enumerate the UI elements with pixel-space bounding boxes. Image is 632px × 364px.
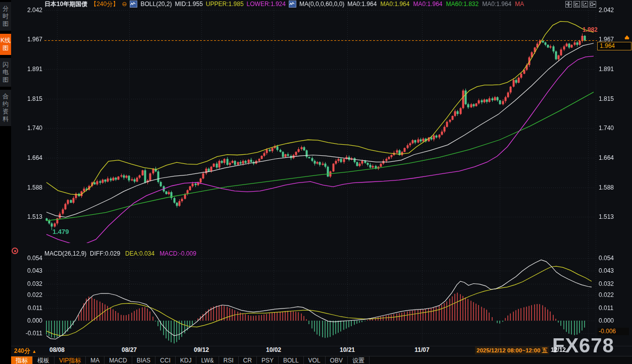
macd-tick-right: 0.011 bbox=[599, 305, 613, 312]
high-price-annotation: 1.982 bbox=[583, 26, 598, 33]
price-up-arrow-icon bbox=[624, 35, 629, 38]
ma-value-label-3: MA60:1.832 bbox=[446, 1, 479, 8]
boll-name-label: BOLL(20,2) bbox=[140, 1, 172, 8]
indicator-toolbar: 指标模板VIP指标MAMACDBIASCCIKDJLW&RSICRPSYBOLL… bbox=[11, 356, 632, 364]
price-tick-right: 1.740 bbox=[599, 125, 614, 132]
period-badge[interactable]: 【240分】 bbox=[90, 0, 119, 9]
sidebar-tab-0[interactable]: 分时图 bbox=[0, 2, 11, 31]
date-tick-12-12: 12/12 bbox=[551, 346, 566, 353]
date-tick-08-27: 08/27 bbox=[122, 346, 137, 353]
ma-value-label-2: MA0:1.964 bbox=[413, 1, 442, 8]
macd-title: MACD(26,12,9) DIFF:0.029 bbox=[44, 250, 120, 257]
toolbar-item-4[interactable]: MACD bbox=[104, 356, 132, 364]
chart-canvas[interactable] bbox=[0, 0, 632, 346]
axis-scale-left-icon[interactable] bbox=[573, 1, 580, 8]
price-tick-left: 1.967 bbox=[17, 36, 42, 43]
toolbar-item-14[interactable]: OBV bbox=[326, 356, 348, 364]
macd-tick-right: 0.054 bbox=[599, 255, 614, 262]
macd-last-value-tag: -0.006 bbox=[598, 328, 629, 335]
boll-lower-label: LOWER:1.924 bbox=[247, 1, 286, 8]
price-tick-left: 2.042 bbox=[17, 7, 42, 14]
macd-macd-label: MACD:-0.009 bbox=[160, 250, 196, 257]
price-tick-right: 1.815 bbox=[599, 95, 614, 102]
ma-name-label: MA(0,0,0,60,0,0) bbox=[299, 1, 344, 8]
collapse-panel-icon[interactable] bbox=[590, 1, 596, 8]
price-tick-right: 1.588 bbox=[599, 184, 614, 191]
sidebar-tab-2[interactable]: 闪电图 bbox=[0, 58, 11, 87]
toolbar-item-10[interactable]: CR bbox=[239, 356, 257, 364]
current-bar-info: 2025/12/12 08:00~12:00 五 bbox=[475, 346, 549, 354]
macd-header: MACD(26,12,9) DIFF:0.029 DEA:0.034 MACD:… bbox=[44, 250, 196, 257]
toolbar-item-12[interactable]: BOLL bbox=[279, 356, 304, 364]
price-tick-left: 1.588 bbox=[17, 184, 42, 191]
toolbar-item-2[interactable]: VIP指标 bbox=[55, 356, 86, 364]
macd-tick-left: 0.043 bbox=[17, 267, 42, 274]
price-tick-right: 2.042 bbox=[599, 7, 614, 14]
move-icon[interactable] bbox=[565, 1, 572, 8]
toolbar-item-7[interactable]: KDJ bbox=[176, 356, 197, 364]
macd-tick-right: 0.022 bbox=[599, 291, 614, 298]
boll-indicator-icon[interactable] bbox=[130, 1, 137, 8]
low-price-annotation: 1.479 bbox=[52, 228, 69, 235]
period-selector[interactable]: 240分 ▲ bbox=[14, 347, 36, 355]
toolbar-item-15[interactable]: 设置 bbox=[348, 356, 370, 364]
watermark: FX678 bbox=[552, 334, 614, 357]
macd-tick-left: 0.022 bbox=[17, 291, 42, 298]
ma-indicator-icon[interactable] bbox=[289, 1, 296, 8]
boll-upper-label: UPPER:1.985 bbox=[206, 1, 244, 8]
sidebar: 分时图K线图闪电图合约资料 bbox=[0, 0, 11, 364]
price-tick-right: 1.664 bbox=[599, 154, 614, 161]
price-tick-left: 1.740 bbox=[17, 125, 42, 132]
macd-tick-right: 0.000 bbox=[599, 317, 614, 324]
date-tick-10-02: 10/02 bbox=[266, 346, 281, 353]
macd-tick-left: 0.054 bbox=[17, 255, 42, 262]
macd-tick-right: 0.032 bbox=[599, 280, 614, 287]
chart-header: 日本10年期国债 【240分】 ⊖ BOLL(20,2) MID:1.955 U… bbox=[44, 1, 524, 8]
boll-mid-label: MID:1.955 bbox=[175, 1, 203, 8]
macd-tick-left: -0.011 bbox=[17, 330, 42, 337]
price-tick-right: 1.513 bbox=[599, 213, 614, 220]
price-tick-left: 1.664 bbox=[17, 154, 42, 161]
period-arrow-icon: ▲ bbox=[32, 349, 36, 354]
toolbar-item-8[interactable]: LW& bbox=[196, 356, 219, 364]
ma-value-label-1: MA0:1.964 bbox=[380, 1, 409, 8]
price-tick-right: 1.891 bbox=[599, 66, 614, 73]
toolbar-item-13[interactable]: VOL bbox=[304, 356, 326, 364]
price-tick-left: 1.513 bbox=[17, 213, 42, 220]
sidebar-tab-3[interactable]: 合约资料 bbox=[0, 90, 11, 126]
date-tick-11-07: 11/07 bbox=[414, 346, 429, 353]
price-tick-left: 1.815 bbox=[17, 95, 42, 102]
macd-dea-label: DEA:0.034 bbox=[125, 250, 154, 257]
ma-value-label-4: MA0:1.964 bbox=[482, 1, 511, 8]
collapse-indicator-icon[interactable]: ⊖ bbox=[122, 1, 127, 7]
ma-values: MA0:1.964MA0:1.964MA0:1.964MA60:1.832MA0… bbox=[347, 1, 524, 8]
toolbar-item-3[interactable]: MA bbox=[86, 356, 104, 364]
toolbar-item-1[interactable]: 模板 bbox=[33, 356, 55, 364]
app-window: 分时图K线图闪电图合约资料 日本10年期国债 【240分】 ⊖ BOLL(20,… bbox=[0, 0, 632, 364]
axis-scale-right-icon[interactable] bbox=[582, 1, 588, 8]
macd-tick-left: 0.000 bbox=[17, 317, 42, 324]
last-price-tag: 1.964 bbox=[597, 42, 631, 50]
window-controls bbox=[565, 1, 596, 8]
ma-value-label-0: MA0:1.964 bbox=[347, 1, 377, 8]
ma-value-label-5: MA bbox=[515, 1, 524, 8]
symbol-title: 日本10年期国债 bbox=[44, 0, 87, 9]
sidebar-tab-1[interactable]: K线图 bbox=[0, 34, 11, 55]
macd-tick-left: 0.011 bbox=[17, 305, 42, 312]
date-tick-09-12: 09/12 bbox=[194, 346, 209, 353]
indicator-target-icon[interactable] bbox=[12, 248, 18, 254]
date-tick-10-21: 10/21 bbox=[340, 346, 355, 353]
toolbar-item-9[interactable]: RSI bbox=[219, 356, 239, 364]
toolbar-item-11[interactable]: PSY bbox=[257, 356, 279, 364]
toolbar-item-5[interactable]: BIAS bbox=[132, 356, 155, 364]
toolbar-item-0[interactable]: 指标 bbox=[11, 356, 33, 364]
macd-tick-right: 0.043 bbox=[599, 267, 614, 274]
toolbar-item-6[interactable]: CCI bbox=[155, 356, 176, 364]
price-tick-left: 1.891 bbox=[17, 66, 42, 73]
date-tick-08-08: 08/08 bbox=[49, 346, 65, 353]
macd-tick-left: 0.032 bbox=[17, 280, 42, 287]
